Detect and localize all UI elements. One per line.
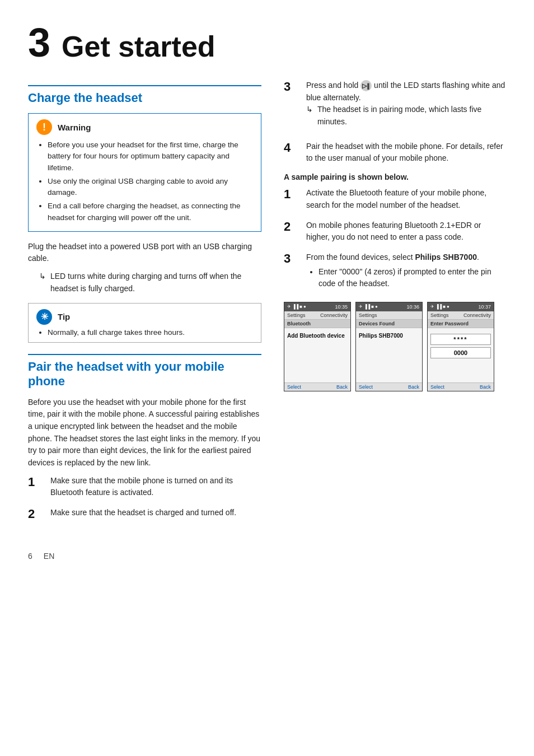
right-step-3-content: Press and hold ▷‖ until the LED starts f… xyxy=(306,80,506,133)
philips-shb7000-label: Philips SHB7000 xyxy=(415,253,477,262)
tip-item-1: Normally, a full charge takes three hour… xyxy=(48,328,253,337)
phone-nav-bar-1: Settings Connectivity xyxy=(284,311,350,320)
phone-bottom-bar-3: Select Back xyxy=(428,382,494,391)
phone-section-title-3: Enter Password xyxy=(428,320,494,328)
phone-screenshots: ✈ ▐▐ ■ ● 10:35 Settings Connectivity Blu… xyxy=(284,302,506,391)
phone-section-title-1: Bluetooth xyxy=(284,320,350,328)
chapter-heading: 3 Get started xyxy=(28,22,506,63)
phone-time-2: 10:36 xyxy=(406,304,419,310)
pair-step-2-content: Make sure that the headset is charged an… xyxy=(50,507,261,519)
sample-pairing-section: A sample pairing is shown below. 1 Activ… xyxy=(284,172,506,391)
warning-item-1: Before you use your headset for the firs… xyxy=(48,139,253,174)
sample-step-2: 2 On mobile phones featuring Bluetooth 2… xyxy=(284,220,506,244)
right-step-3: 3 Press and hold ▷‖ until the LED starts… xyxy=(284,80,506,133)
page-footer: 6 EN xyxy=(28,546,506,561)
pair-step-2: 2 Make sure that the headset is charged … xyxy=(28,507,261,521)
pair-step-1-content: Make sure that the mobile phone is turne… xyxy=(50,475,261,499)
sample-step-1: 1 Activate the Bluetooth feature of your… xyxy=(284,187,506,211)
phone-body-2: Philips SHB7000 xyxy=(356,328,422,382)
warning-title: Warning xyxy=(58,123,91,132)
chapter-number: 3 xyxy=(28,22,50,63)
charge-arrow-bullet: LED turns white during charging and turn… xyxy=(39,270,261,295)
phone-pin-value: 0000 xyxy=(430,347,491,358)
warning-item-2: Use only the original USB charging cable… xyxy=(48,176,253,199)
right-step-4-number: 4 xyxy=(284,141,304,155)
phone-status-bar-2: ✈ ▐▐ ■ ● 10:36 xyxy=(356,302,422,311)
phone-bottom-bar-2: Select Back xyxy=(356,382,422,391)
call-play-button-icon: ▷‖ xyxy=(360,80,372,91)
sample-step-1-content: Activate the Bluetooth feature of your m… xyxy=(306,187,506,211)
charge-arrow-text: LED turns white during charging and turn… xyxy=(50,270,261,295)
phone-screen-1: ✈ ▐▐ ■ ● 10:35 Settings Connectivity Blu… xyxy=(284,302,351,391)
tip-title: Tip xyxy=(58,312,70,321)
step-3-bullet-1: Enter "0000" (4 zeros) if prompted to en… xyxy=(318,266,506,290)
warning-icon: ! xyxy=(36,119,52,135)
tip-header: ✳ Tip xyxy=(36,309,253,325)
charge-section: Charge the headset ! Warning Before you … xyxy=(28,85,261,343)
sample-step-3-number: 3 xyxy=(284,251,304,266)
tip-list: Normally, a full charge takes three hour… xyxy=(36,328,253,337)
phone-status-bar-3: ✈ ▐▐ ■ ● 10:37 xyxy=(428,302,494,311)
phone-body-3: **** 0000 xyxy=(428,328,494,382)
warning-list: Before you use your headset for the firs… xyxy=(36,139,253,223)
sample-step-1-number: 1 xyxy=(284,187,304,202)
phone-menu-item-2: Philips SHB7000 xyxy=(359,332,419,340)
sample-pairing-label: A sample pairing is shown below. xyxy=(284,172,506,181)
right-step-4: 4 Pair the headset with the mobile phone… xyxy=(284,141,506,165)
pair-intro: Before you use the headset with your mob… xyxy=(28,396,261,469)
sample-step-2-number: 2 xyxy=(284,220,304,234)
pair-section: Pair the headset with your mobile phone … xyxy=(28,354,261,522)
pair-step-1: 1 Make sure that the mobile phone is tur… xyxy=(28,475,261,499)
warning-header: ! Warning xyxy=(36,119,253,135)
right-step-3-number: 3 xyxy=(284,80,304,94)
charge-body: Plug the headset into a powered USB port… xyxy=(28,241,261,265)
warning-box: ! Warning Before you use your headset fo… xyxy=(28,113,261,232)
phone-menu-item-1: Add Bluetooth device xyxy=(287,332,348,340)
phone-status-bar-1: ✈ ▐▐ ■ ● 10:35 xyxy=(284,302,350,311)
pair-section-heading: Pair the headset with your mobile phone xyxy=(28,354,261,389)
tip-icon: ✳ xyxy=(36,309,52,325)
phone-time-1: 10:35 xyxy=(335,304,348,310)
phone-screen-2: ✈ ▐▐ ■ ● 10:36 Settings Devices Found Ph… xyxy=(355,302,423,391)
right-column: 3 Press and hold ▷‖ until the LED starts… xyxy=(284,80,506,529)
pair-step-2-number: 2 xyxy=(28,507,48,521)
phone-bottom-bar-1: Select Back xyxy=(284,382,350,391)
phone-time-3: 10:37 xyxy=(478,304,491,310)
tip-box: ✳ Tip Normally, a full charge takes thre… xyxy=(28,303,261,343)
sample-step-3: 3 From the found devices, select Philips… xyxy=(284,251,506,292)
right-step-3-arrow: The headset is in pairing mode, which la… xyxy=(306,104,506,128)
step-3-bullets: Enter "0000" (4 zeros) if prompted to en… xyxy=(306,266,506,290)
page-number: 6 xyxy=(28,552,32,561)
sample-step-3-content: From the found devices, select Philips S… xyxy=(306,251,506,292)
phone-nav-bar-2: Settings xyxy=(356,311,422,320)
phone-body-1: Add Bluetooth device xyxy=(284,328,350,382)
right-step-4-content: Pair the headset with the mobile phone. … xyxy=(306,141,506,165)
phone-section-title-2: Devices Found xyxy=(356,320,422,328)
sample-step-2-content: On mobile phones featuring Bluetooth 2.1… xyxy=(306,220,506,244)
chapter-title: Get started xyxy=(62,32,216,61)
charge-section-heading: Charge the headset xyxy=(28,85,261,105)
pair-step-1-number: 1 xyxy=(28,475,48,489)
phone-nav-bar-3: Settings Connectivity xyxy=(428,311,494,320)
left-column: Charge the headset ! Warning Before you … xyxy=(28,80,261,529)
phone-password-mask: **** xyxy=(430,334,491,345)
warning-item-3: End a call before charging the headset, … xyxy=(48,200,253,223)
phone-screen-3: ✈ ▐▐ ■ ● 10:37 Settings Connectivity Ent… xyxy=(427,302,494,391)
language-code: EN xyxy=(44,552,54,561)
